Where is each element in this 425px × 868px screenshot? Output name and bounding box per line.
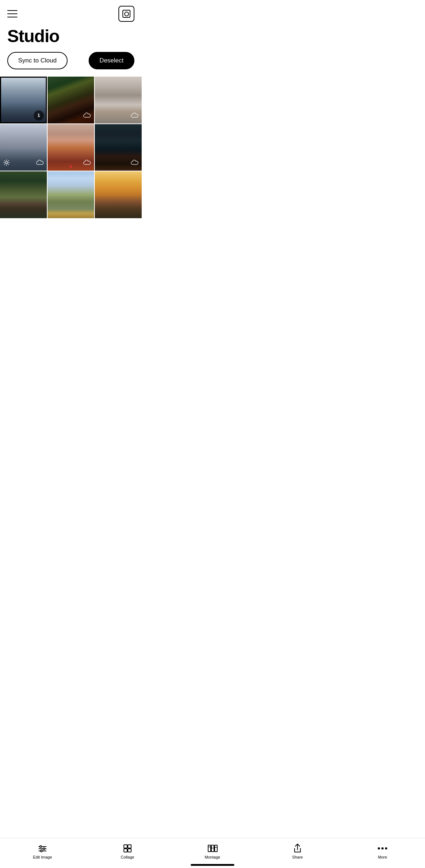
cloud-icon-3 (131, 111, 139, 121)
photo-cell-5[interactable] (48, 124, 94, 171)
dot-indicator-5 (70, 166, 72, 168)
camera-icon (122, 10, 130, 18)
settings-icon-4 (3, 159, 10, 168)
header (0, 0, 142, 25)
photo-cell-6[interactable] (95, 124, 142, 171)
menu-button[interactable] (7, 10, 17, 17)
cloud-icon-6 (131, 158, 139, 168)
photo-cell-9[interactable] (95, 171, 142, 218)
photo-cell-7[interactable] (0, 171, 47, 218)
deselect-button[interactable]: Deselect (89, 52, 134, 69)
camera-button[interactable] (118, 6, 134, 22)
cloud-icon-2 (83, 111, 91, 121)
photo-grid-wrapper: 1 (0, 77, 142, 254)
photo-cell-4[interactable] (0, 124, 47, 171)
photo-grid: 1 (0, 77, 142, 218)
action-bar: Sync to Cloud Deselect (0, 52, 142, 77)
photo-cell-2[interactable] (48, 77, 94, 123)
svg-point-0 (5, 162, 8, 164)
photo-cell-3[interactable] (95, 77, 142, 123)
number-badge-1: 1 (34, 110, 44, 121)
photo-cell-8[interactable] (48, 171, 94, 218)
cloud-icon-4 (36, 158, 44, 168)
cloud-icon-5 (83, 158, 91, 168)
sync-to-cloud-button[interactable]: Sync to Cloud (7, 52, 68, 69)
photo-cell-1[interactable]: 1 (0, 77, 47, 123)
page-title: Studio (0, 25, 142, 52)
